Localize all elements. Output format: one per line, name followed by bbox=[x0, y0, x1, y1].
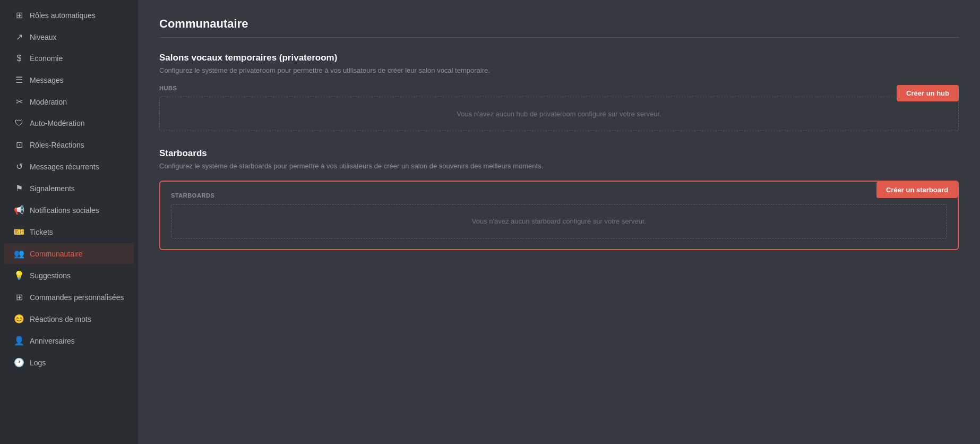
sidebar-item-messages-recurrents[interactable]: ↺ Messages récurrents bbox=[4, 156, 134, 177]
sidebar-label-tickets: Tickets bbox=[30, 228, 53, 236]
sidebar-label-roles-reactions: Rôles-Réactions bbox=[30, 141, 84, 149]
sidebar-item-signalements[interactable]: ⚑ Signalements bbox=[4, 178, 134, 199]
sidebar-item-reactions-mots[interactable]: 😊 Réactions de mots bbox=[4, 309, 134, 329]
sidebar-item-auto-moderation[interactable]: 🛡 Auto-Modération bbox=[4, 113, 134, 133]
sidebar-item-niveaux[interactable]: ↗ Niveaux bbox=[4, 27, 134, 47]
sections-container: Salons vocaux temporaires (privateroom) … bbox=[159, 53, 959, 250]
section-starboards: Starboards Configurez le système de star… bbox=[159, 148, 959, 250]
sidebar-label-messages: Messages bbox=[30, 76, 64, 84]
sidebar-label-commandes: Commandes personnalisées bbox=[30, 293, 124, 302]
sidebar: ⊞ Rôles automatiques ↗ Niveaux $ Économi… bbox=[0, 0, 138, 444]
sidebar-label-signalements: Signalements bbox=[30, 184, 75, 193]
icon-anniversaires: 👤 bbox=[14, 336, 24, 346]
sidebar-label-roles-auto: Rôles automatiques bbox=[30, 11, 96, 20]
icon-reactions-mots: 😊 bbox=[14, 314, 24, 324]
icon-roles-auto: ⊞ bbox=[14, 10, 24, 20]
sidebar-label-communautaire: Communautaire bbox=[30, 250, 83, 258]
icon-commandes: ⊞ bbox=[14, 292, 24, 302]
sidebar-item-messages[interactable]: ☰ Messages bbox=[4, 70, 134, 90]
sidebar-label-messages-recurrents: Messages récurrents bbox=[30, 163, 99, 171]
icon-messages: ☰ bbox=[14, 75, 24, 85]
icon-roles-reactions: ⊡ bbox=[14, 140, 24, 150]
icon-niveaux: ↗ bbox=[14, 32, 24, 42]
icon-logs: 🕐 bbox=[14, 357, 24, 368]
sidebar-item-roles-auto[interactable]: ⊞ Rôles automatiques bbox=[4, 5, 134, 25]
sidebar-item-communautaire[interactable]: 👥 Communautaire bbox=[4, 243, 134, 264]
main-content: Communautaire Salons vocaux temporaires … bbox=[138, 0, 980, 444]
icon-communautaire: 👥 bbox=[14, 249, 24, 259]
icon-messages-recurrents: ↺ bbox=[14, 161, 24, 172]
sidebar-item-commandes[interactable]: ⊞ Commandes personnalisées bbox=[4, 287, 134, 308]
create-btn-starboards[interactable]: Créer un starboard bbox=[876, 182, 958, 198]
icon-notifs-sociales: 📢 bbox=[14, 205, 24, 215]
page-title: Communautaire bbox=[159, 17, 959, 31]
sidebar-item-anniversaires[interactable]: 👤 Anniversaires bbox=[4, 330, 134, 351]
sidebar-label-niveaux: Niveaux bbox=[30, 33, 57, 41]
sidebar-item-tickets[interactable]: 🎫 Tickets bbox=[4, 221, 134, 242]
icon-economie: $ bbox=[14, 54, 24, 63]
sidebar-item-suggestions[interactable]: 💡 Suggestions bbox=[4, 265, 134, 286]
sidebar-item-roles-reactions[interactable]: ⊡ Rôles-Réactions bbox=[4, 134, 134, 155]
icon-signalements: ⚑ bbox=[14, 183, 24, 193]
sidebar-label-logs: Logs bbox=[30, 358, 46, 367]
section-title-starboards: Starboards bbox=[159, 148, 959, 159]
sidebar-item-moderation[interactable]: ✂ Modération bbox=[4, 91, 134, 112]
sidebar-item-economie[interactable]: $ Économie bbox=[4, 48, 134, 69]
section-desc-starboards: Configurez le système de starboards pour… bbox=[159, 162, 959, 170]
sidebar-item-logs[interactable]: 🕐 Logs bbox=[4, 352, 134, 373]
panel-starboards: Créer un starboard STARBOARDS Vous n'ave… bbox=[159, 181, 959, 250]
empty-box-starboards: Vous n'avez aucun starboard configuré su… bbox=[171, 204, 947, 238]
sidebar-label-reactions-mots: Réactions de mots bbox=[30, 315, 91, 323]
icon-moderation: ✂ bbox=[14, 97, 24, 107]
section-title-salons-vocaux: Salons vocaux temporaires (privateroom) bbox=[159, 53, 959, 63]
sidebar-item-notifs-sociales[interactable]: 📢 Notifications sociales bbox=[4, 200, 134, 220]
divider bbox=[159, 37, 959, 38]
sidebar-label-economie: Économie bbox=[30, 54, 63, 63]
icon-tickets: 🎫 bbox=[14, 227, 24, 237]
sidebar-label-moderation: Modération bbox=[30, 98, 67, 106]
section-desc-salons-vocaux: Configurez le système de privateroom pou… bbox=[159, 66, 959, 74]
icon-suggestions: 💡 bbox=[14, 270, 24, 280]
icon-auto-moderation: 🛡 bbox=[14, 118, 24, 128]
sub-label-starboards: STARBOARDS bbox=[171, 192, 947, 199]
sidebar-label-suggestions: Suggestions bbox=[30, 271, 71, 280]
sidebar-label-auto-moderation: Auto-Modération bbox=[30, 119, 85, 127]
create-btn-salons-vocaux[interactable]: Créer un hub bbox=[897, 85, 959, 101]
sidebar-label-notifs-sociales: Notifications sociales bbox=[30, 206, 99, 215]
panel-salons-vocaux: Créer un hub HUBS Vous n'avez aucun hub … bbox=[159, 85, 959, 131]
sub-label-salons-vocaux: HUBS bbox=[159, 85, 959, 91]
sidebar-label-anniversaires: Anniversaires bbox=[30, 337, 75, 345]
empty-box-salons-vocaux: Vous n'avez aucun hub de privateroom con… bbox=[159, 97, 959, 131]
section-salons-vocaux: Salons vocaux temporaires (privateroom) … bbox=[159, 53, 959, 131]
